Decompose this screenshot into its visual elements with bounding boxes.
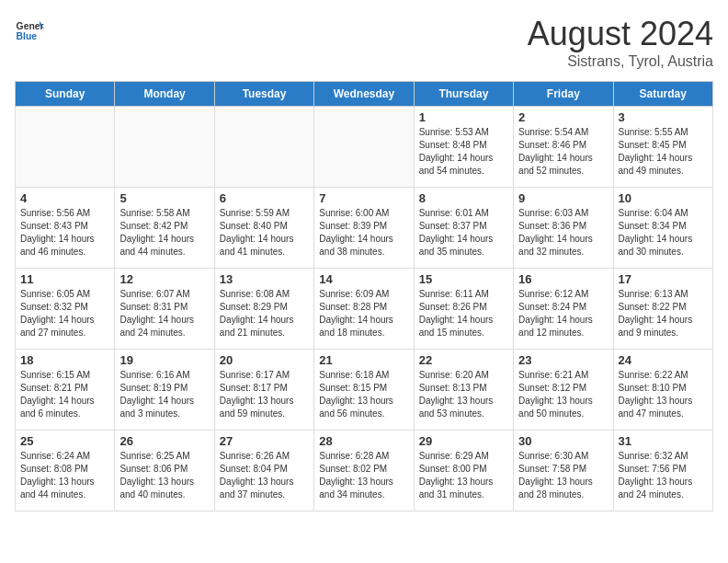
month-title: August 2024 xyxy=(528,15,713,53)
day-number: 6 xyxy=(220,191,309,205)
calendar-cell: 16Sunrise: 6:12 AMSunset: 8:24 PMDayligh… xyxy=(514,269,613,350)
day-info: Sunrise: 5:54 AMSunset: 8:46 PMDaylight:… xyxy=(518,126,608,178)
day-info: Sunrise: 6:28 AMSunset: 8:02 PMDaylight:… xyxy=(319,450,408,501)
calendar-cell: 15Sunrise: 6:11 AMSunset: 8:26 PMDayligh… xyxy=(414,269,513,350)
svg-text:Blue: Blue xyxy=(17,31,38,41)
day-info: Sunrise: 6:12 AMSunset: 8:24 PMDaylight:… xyxy=(518,288,608,339)
day-number: 14 xyxy=(319,272,408,286)
day-info: Sunrise: 5:56 AMSunset: 8:43 PMDaylight:… xyxy=(20,207,109,259)
calendar-cell: 2Sunrise: 5:54 AMSunset: 8:46 PMDaylight… xyxy=(514,107,613,188)
day-number: 19 xyxy=(119,353,209,367)
day-number: 25 xyxy=(20,434,109,448)
calendar-cell: 7Sunrise: 6:00 AMSunset: 8:39 PMDaylight… xyxy=(314,188,414,269)
day-number: 11 xyxy=(20,272,109,286)
day-number: 28 xyxy=(319,434,408,448)
day-number: 20 xyxy=(220,353,309,367)
calendar-cell xyxy=(16,107,115,188)
day-info: Sunrise: 6:17 AMSunset: 8:17 PMDaylight:… xyxy=(220,369,309,420)
calendar-cell: 1Sunrise: 5:53 AMSunset: 8:48 PMDaylight… xyxy=(414,107,513,188)
day-info: Sunrise: 6:08 AMSunset: 8:29 PMDaylight:… xyxy=(220,288,309,339)
calendar-body: 1Sunrise: 5:53 AMSunset: 8:48 PMDaylight… xyxy=(16,107,713,511)
day-info: Sunrise: 6:09 AMSunset: 8:28 PMDaylight:… xyxy=(319,288,408,339)
day-info: Sunrise: 6:00 AMSunset: 8:39 PMDaylight:… xyxy=(319,207,408,259)
calendar-cell: 5Sunrise: 5:58 AMSunset: 8:42 PMDaylight… xyxy=(115,188,214,269)
weekday-row: SundayMondayTuesdayWednesdayThursdayFrid… xyxy=(16,82,713,107)
calendar-header: SundayMondayTuesdayWednesdayThursdayFrid… xyxy=(16,82,713,107)
calendar-cell: 4Sunrise: 5:56 AMSunset: 8:43 PMDaylight… xyxy=(16,188,115,269)
day-number: 22 xyxy=(419,353,508,367)
day-number: 16 xyxy=(518,272,608,286)
day-number: 5 xyxy=(119,191,209,205)
calendar-cell: 12Sunrise: 6:07 AMSunset: 8:31 PMDayligh… xyxy=(115,269,214,350)
day-number: 8 xyxy=(419,191,508,205)
calendar-cell: 17Sunrise: 6:13 AMSunset: 8:22 PMDayligh… xyxy=(613,269,712,350)
calendar-cell: 28Sunrise: 6:28 AMSunset: 8:02 PMDayligh… xyxy=(314,431,414,511)
day-info: Sunrise: 5:55 AMSunset: 8:45 PMDaylight:… xyxy=(619,126,708,178)
day-number: 26 xyxy=(119,434,209,448)
calendar-cell xyxy=(314,107,414,188)
day-info: Sunrise: 6:20 AMSunset: 8:13 PMDaylight:… xyxy=(419,369,508,420)
calendar-cell: 8Sunrise: 6:01 AMSunset: 8:37 PMDaylight… xyxy=(414,188,513,269)
calendar-cell: 14Sunrise: 6:09 AMSunset: 8:28 PMDayligh… xyxy=(314,269,414,350)
day-number: 24 xyxy=(619,353,708,367)
day-info: Sunrise: 6:01 AMSunset: 8:37 PMDaylight:… xyxy=(419,207,508,259)
day-info: Sunrise: 6:30 AMSunset: 7:58 PMDaylight:… xyxy=(518,450,608,501)
day-number: 10 xyxy=(619,191,708,205)
calendar-cell: 18Sunrise: 6:15 AMSunset: 8:21 PMDayligh… xyxy=(16,350,115,431)
calendar-week-3: 11Sunrise: 6:05 AMSunset: 8:32 PMDayligh… xyxy=(16,269,713,350)
calendar-week-4: 18Sunrise: 6:15 AMSunset: 8:21 PMDayligh… xyxy=(16,350,713,431)
calendar-cell: 26Sunrise: 6:25 AMSunset: 8:06 PMDayligh… xyxy=(115,431,214,511)
day-number: 13 xyxy=(220,272,309,286)
calendar-cell: 25Sunrise: 6:24 AMSunset: 8:08 PMDayligh… xyxy=(16,431,115,511)
day-number: 1 xyxy=(419,110,508,124)
page-header: General Blue August 2024 Sistrans, Tyrol… xyxy=(15,15,713,70)
day-info: Sunrise: 5:58 AMSunset: 8:42 PMDaylight:… xyxy=(119,207,209,259)
calendar-cell: 20Sunrise: 6:17 AMSunset: 8:17 PMDayligh… xyxy=(214,350,313,431)
day-number: 12 xyxy=(119,272,209,286)
day-number: 7 xyxy=(319,191,408,205)
day-number: 18 xyxy=(20,353,109,367)
logo-icon: General Blue xyxy=(15,15,44,44)
day-number: 29 xyxy=(419,434,508,448)
calendar-cell: 19Sunrise: 6:16 AMSunset: 8:19 PMDayligh… xyxy=(115,350,214,431)
day-number: 9 xyxy=(518,191,608,205)
day-info: Sunrise: 5:53 AMSunset: 8:48 PMDaylight:… xyxy=(419,126,508,178)
title-block: August 2024 Sistrans, Tyrol, Austria xyxy=(528,15,713,70)
day-number: 21 xyxy=(319,353,408,367)
calendar-cell: 31Sunrise: 6:32 AMSunset: 7:56 PMDayligh… xyxy=(613,431,712,511)
day-info: Sunrise: 6:24 AMSunset: 8:08 PMDaylight:… xyxy=(20,450,109,501)
day-number: 23 xyxy=(518,353,608,367)
calendar-cell: 21Sunrise: 6:18 AMSunset: 8:15 PMDayligh… xyxy=(314,350,414,431)
location-subtitle: Sistrans, Tyrol, Austria xyxy=(528,53,713,70)
calendar-cell xyxy=(214,107,313,188)
calendar-cell: 6Sunrise: 5:59 AMSunset: 8:40 PMDaylight… xyxy=(214,188,313,269)
calendar-week-2: 4Sunrise: 5:56 AMSunset: 8:43 PMDaylight… xyxy=(16,188,713,269)
calendar-cell: 10Sunrise: 6:04 AMSunset: 8:34 PMDayligh… xyxy=(613,188,712,269)
day-info: Sunrise: 6:16 AMSunset: 8:19 PMDaylight:… xyxy=(119,369,209,420)
day-info: Sunrise: 6:29 AMSunset: 8:00 PMDaylight:… xyxy=(419,450,508,501)
day-info: Sunrise: 6:26 AMSunset: 8:04 PMDaylight:… xyxy=(220,450,309,501)
weekday-header-friday: Friday xyxy=(514,82,613,107)
day-info: Sunrise: 5:59 AMSunset: 8:40 PMDaylight:… xyxy=(220,207,309,259)
day-info: Sunrise: 6:05 AMSunset: 8:32 PMDaylight:… xyxy=(20,288,109,339)
calendar-cell: 29Sunrise: 6:29 AMSunset: 8:00 PMDayligh… xyxy=(414,431,513,511)
calendar-table: SundayMondayTuesdayWednesdayThursdayFrid… xyxy=(15,81,713,511)
day-info: Sunrise: 6:13 AMSunset: 8:22 PMDaylight:… xyxy=(619,288,708,339)
day-info: Sunrise: 6:03 AMSunset: 8:36 PMDaylight:… xyxy=(518,207,608,259)
day-info: Sunrise: 6:07 AMSunset: 8:31 PMDaylight:… xyxy=(119,288,209,339)
day-number: 31 xyxy=(619,434,708,448)
day-number: 4 xyxy=(20,191,109,205)
calendar-cell: 24Sunrise: 6:22 AMSunset: 8:10 PMDayligh… xyxy=(613,350,712,431)
calendar-cell: 22Sunrise: 6:20 AMSunset: 8:13 PMDayligh… xyxy=(414,350,513,431)
weekday-header-wednesday: Wednesday xyxy=(314,82,414,107)
day-info: Sunrise: 6:32 AMSunset: 7:56 PMDaylight:… xyxy=(619,450,708,501)
weekday-header-sunday: Sunday xyxy=(16,82,115,107)
calendar-cell: 27Sunrise: 6:26 AMSunset: 8:04 PMDayligh… xyxy=(214,431,313,511)
calendar-cell: 11Sunrise: 6:05 AMSunset: 8:32 PMDayligh… xyxy=(16,269,115,350)
day-number: 27 xyxy=(220,434,309,448)
weekday-header-tuesday: Tuesday xyxy=(214,82,313,107)
calendar-cell: 3Sunrise: 5:55 AMSunset: 8:45 PMDaylight… xyxy=(613,107,712,188)
calendar-cell xyxy=(115,107,214,188)
day-info: Sunrise: 6:22 AMSunset: 8:10 PMDaylight:… xyxy=(619,369,708,420)
day-info: Sunrise: 6:11 AMSunset: 8:26 PMDaylight:… xyxy=(419,288,508,339)
